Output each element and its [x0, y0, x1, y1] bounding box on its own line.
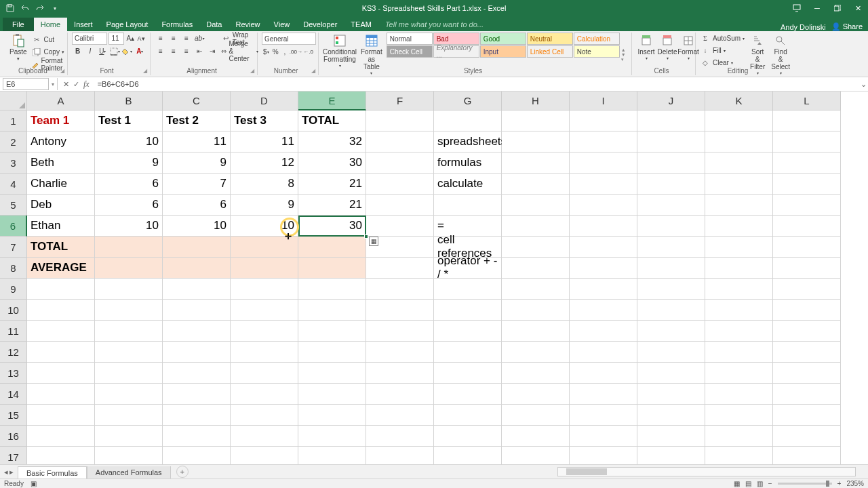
cell-A14[interactable] — [27, 384, 95, 405]
cell-D4[interactable]: 8 — [231, 174, 298, 195]
cell-J4[interactable] — [637, 174, 705, 195]
col-header-L[interactable]: L — [773, 92, 841, 110]
cell-E12[interactable] — [298, 342, 366, 363]
cell-D10[interactable] — [231, 300, 298, 321]
cell-B12[interactable] — [95, 342, 163, 363]
cell-I2[interactable] — [570, 131, 637, 152]
view-page-layout-icon[interactable]: ▤ — [745, 480, 751, 487]
style-note[interactable]: Note — [574, 45, 620, 58]
cell-K6[interactable] — [705, 216, 773, 237]
col-header-F[interactable]: F — [366, 92, 434, 110]
cell-A10[interactable] — [27, 300, 95, 321]
cell-H11[interactable] — [502, 321, 570, 342]
cell-C9[interactable] — [163, 279, 231, 300]
cell-E15[interactable] — [298, 405, 366, 426]
cell-L4[interactable] — [773, 174, 841, 195]
merge-center-button[interactable]: ⇔Merge & Center▾ — [221, 45, 258, 57]
cell-L9[interactable] — [773, 279, 841, 300]
italic-button[interactable]: I — [84, 45, 96, 57]
col-header-D[interactable]: D — [231, 92, 298, 110]
cell-L14[interactable] — [773, 384, 841, 405]
comma-icon[interactable]: , — [281, 46, 290, 58]
row-header-8[interactable]: 8 — [0, 258, 27, 279]
cell-A2[interactable]: Antony — [27, 131, 95, 152]
cell-E10[interactable] — [298, 300, 366, 321]
cell-D14[interactable] — [231, 384, 298, 405]
cell-A8[interactable]: AVERAGE — [27, 258, 95, 279]
cell-G8[interactable]: operator + - / * — [434, 258, 502, 279]
cell-H14[interactable] — [502, 384, 570, 405]
row-header-11[interactable]: 11 — [0, 321, 27, 342]
cell-L3[interactable] — [773, 152, 841, 174]
decrease-indent-icon[interactable]: ⇤ — [193, 45, 205, 57]
cell-K15[interactable] — [705, 405, 773, 426]
increase-indent-icon[interactable]: ⇥ — [206, 45, 218, 57]
cell-J9[interactable] — [637, 279, 705, 300]
cell-J13[interactable] — [637, 363, 705, 384]
cell-B1[interactable]: Test 1 — [95, 110, 163, 131]
cell-J12[interactable] — [637, 342, 705, 363]
decrease-font-icon[interactable]: A▾ — [136, 33, 146, 44]
cell-D11[interactable] — [231, 321, 298, 342]
close-icon[interactable]: ✕ — [848, 0, 868, 16]
horizontal-scrollbar[interactable] — [557, 467, 856, 476]
formula-input[interactable]: =B6+C6+D6 — [95, 80, 859, 88]
cell-K1[interactable] — [705, 110, 773, 131]
tab-home[interactable]: Home — [34, 18, 67, 31]
row-header-13[interactable]: 13 — [0, 363, 27, 384]
tab-team[interactable]: TEAM — [344, 18, 378, 31]
col-header-I[interactable]: I — [570, 92, 637, 110]
style-calculation[interactable]: Calculation — [574, 33, 620, 45]
cell-J16[interactable] — [637, 426, 705, 447]
autofill-options-icon[interactable]: ▦ — [369, 237, 378, 246]
number-format-combo[interactable]: General — [262, 33, 316, 45]
cell-B16[interactable] — [95, 426, 163, 447]
cell-J8[interactable] — [637, 258, 705, 279]
cell-A3[interactable]: Beth — [27, 152, 95, 174]
cell-E3[interactable]: 30 — [298, 152, 366, 174]
cell-F1[interactable] — [366, 110, 434, 131]
row-header-6[interactable]: 6 — [0, 216, 27, 237]
cell-L16[interactable] — [773, 426, 841, 447]
zoom-slider[interactable] — [778, 483, 832, 485]
cell-G5[interactable] — [434, 195, 502, 216]
align-right-icon[interactable]: ≡ — [180, 45, 193, 57]
cell-I6[interactable] — [570, 216, 637, 237]
cell-H7[interactable] — [502, 237, 570, 258]
cell-G4[interactable]: calculate — [434, 174, 502, 195]
increase-decimal-icon[interactable]: .00→ — [290, 46, 302, 58]
tab-nav-first-icon[interactable]: ◂ — [4, 468, 8, 476]
percent-icon[interactable]: % — [271, 46, 280, 58]
cell-F10[interactable] — [366, 300, 434, 321]
align-middle-icon[interactable]: ≡ — [167, 33, 180, 44]
cell-I13[interactable] — [570, 363, 637, 384]
cell-E1[interactable]: TOTAL — [298, 110, 366, 131]
cell-A11[interactable] — [27, 321, 95, 342]
cell-I7[interactable] — [570, 237, 637, 258]
number-launch-icon[interactable]: ◢ — [311, 68, 318, 75]
cell-B6[interactable]: 10 — [95, 216, 163, 237]
cell-A5[interactable]: Deb — [27, 195, 95, 216]
cell-E2[interactable]: 32 — [298, 131, 366, 152]
cell-J11[interactable] — [637, 321, 705, 342]
cell-C15[interactable] — [163, 405, 231, 426]
cell-H10[interactable] — [502, 300, 570, 321]
align-bottom-icon[interactable]: ≡ — [180, 33, 193, 44]
cell-A7[interactable]: TOTAL — [27, 237, 95, 258]
cell-L11[interactable] — [773, 321, 841, 342]
style-linked-cell[interactable]: Linked Cell — [527, 45, 573, 58]
cell-D7[interactable] — [231, 237, 298, 258]
cell-C3[interactable]: 9 — [163, 152, 231, 174]
copy-button[interactable]: Copy▾ — [31, 46, 66, 58]
cell-E4[interactable]: 21 — [298, 174, 366, 195]
cell-H8[interactable] — [502, 258, 570, 279]
zoom-in-icon[interactable]: + — [837, 480, 842, 487]
cell-H12[interactable] — [502, 342, 570, 363]
cell-J14[interactable] — [637, 384, 705, 405]
delete-cells-button[interactable]: Delete▾ — [657, 33, 677, 62]
cell-J3[interactable] — [637, 152, 705, 174]
cell-J2[interactable] — [637, 131, 705, 152]
cell-A9[interactable] — [27, 279, 95, 300]
cell-E11[interactable] — [298, 321, 366, 342]
col-header-A[interactable]: A — [27, 92, 95, 110]
